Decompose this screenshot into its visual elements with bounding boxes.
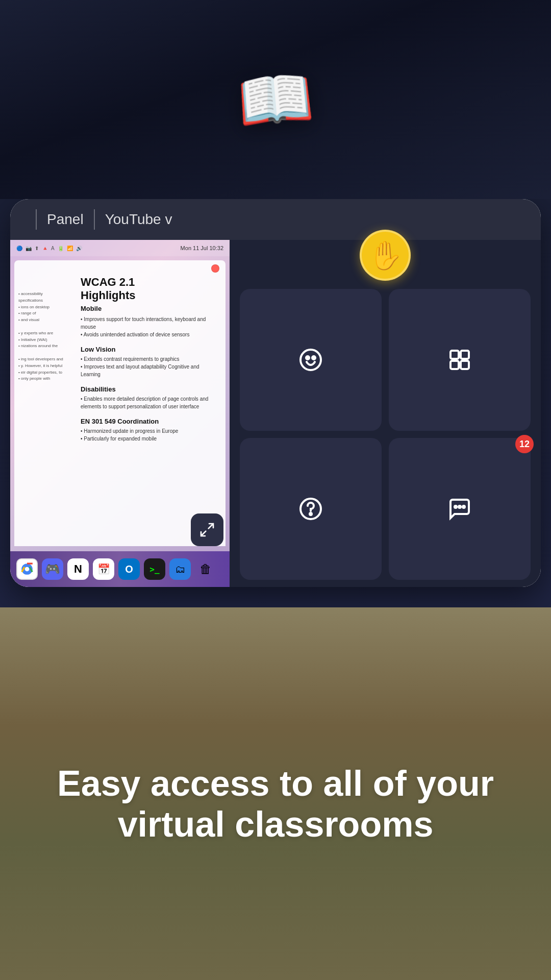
outlook-icon: O bbox=[125, 564, 133, 575]
svg-rect-6 bbox=[461, 351, 469, 359]
content-area: 🔵📷⬆🔺A🔋📶🔊 Mon 11 Jul 10:32 • accessibilit… bbox=[10, 240, 541, 587]
headline-line2: virtual classrooms bbox=[118, 804, 434, 844]
smiley-icon bbox=[298, 348, 323, 372]
dock-finder[interactable]: 🗂 bbox=[169, 558, 191, 580]
chrome-icon bbox=[20, 562, 34, 576]
mac-time: Mon 11 Jul 10:32 bbox=[181, 245, 223, 251]
tab-panel[interactable]: Panel bbox=[47, 211, 84, 228]
book-icon: 📖 bbox=[234, 60, 317, 139]
dock-discord[interactable]: 🎮 bbox=[42, 558, 63, 580]
dock-chrome[interactable] bbox=[16, 558, 38, 580]
doc-section-disabilities-title: Disabilities bbox=[81, 385, 215, 393]
hand-raise-button[interactable]: ✋ bbox=[360, 230, 411, 281]
discord-icon: 🎮 bbox=[45, 562, 60, 576]
question-icon bbox=[298, 497, 323, 521]
dock-trash[interactable]: 🗑 bbox=[195, 558, 216, 580]
layout-button[interactable] bbox=[389, 289, 531, 431]
doc-section-en-body: • Harmonized update in progress in Europ… bbox=[81, 427, 215, 443]
expand-button[interactable] bbox=[191, 513, 223, 546]
finder-icon: 🗂 bbox=[175, 564, 185, 575]
dock-terminal[interactable]: >_ bbox=[144, 558, 165, 580]
doc-section-en-title: EN 301 549 Coordination bbox=[81, 418, 215, 425]
doc-section-lowvision-title: Low Vision bbox=[81, 346, 215, 353]
tab-bar: Panel YouTube v bbox=[10, 199, 541, 240]
doc-section-mobile-body: • Improves support for touch interaction… bbox=[81, 315, 215, 338]
mac-doc-area: • accessibility specifications • ions on… bbox=[14, 260, 226, 546]
doc-title: WCAG 2.1Highlights bbox=[81, 276, 215, 303]
headline-line1: Easy access to all of your bbox=[57, 764, 494, 803]
svg-point-2 bbox=[300, 350, 321, 370]
doc-close-btn[interactable] bbox=[211, 264, 219, 273]
chat-icon bbox=[447, 497, 472, 521]
dock-calendar[interactable]: 📅 bbox=[93, 558, 114, 580]
headline: Easy access to all of your virtual class… bbox=[57, 763, 494, 845]
trash-icon: 🗑 bbox=[199, 562, 212, 576]
doc-section-lowvision-body: • Extends contrast requirements to graph… bbox=[81, 355, 215, 378]
calendar-icon: 📅 bbox=[97, 563, 110, 575]
tab-divider-middle bbox=[94, 209, 95, 230]
hand-raise-icon: ✋ bbox=[368, 239, 403, 272]
tab-divider-left bbox=[36, 209, 37, 230]
icon-grid: 12 bbox=[240, 289, 531, 587]
terminal-icon: >_ bbox=[149, 565, 159, 574]
svg-rect-8 bbox=[461, 361, 469, 369]
bottom-section: Easy access to all of your virtual class… bbox=[0, 607, 551, 980]
doc-left-content: • accessibility specifications • ions on… bbox=[14, 291, 65, 382]
svg-point-10 bbox=[455, 506, 457, 508]
svg-point-11 bbox=[459, 506, 461, 508]
doc-main-content: WCAG 2.1Highlights Mobile • Improves sup… bbox=[81, 276, 215, 443]
emoji-button[interactable] bbox=[240, 289, 382, 431]
chat-button[interactable]: 12 bbox=[389, 438, 531, 580]
svg-point-9 bbox=[310, 513, 312, 515]
main-card: Panel YouTube v 🔵📷⬆🔺A🔋📶🔊 Mon 11 Jul 10:3… bbox=[0, 199, 551, 607]
dock-outlook[interactable]: O bbox=[118, 558, 140, 580]
tab-youtube[interactable]: YouTube v bbox=[105, 211, 172, 228]
doc-section-mobile-title: Mobile bbox=[81, 305, 215, 312]
mac-screenshot: 🔵📷⬆🔺A🔋📶🔊 Mon 11 Jul 10:32 • accessibilit… bbox=[10, 240, 230, 587]
svg-rect-7 bbox=[450, 361, 459, 369]
chat-badge: 12 bbox=[515, 435, 534, 453]
doc-section-disabilities-body: • Enables more detailed description of p… bbox=[81, 395, 215, 410]
expand-icon bbox=[199, 522, 215, 538]
svg-point-3 bbox=[306, 356, 309, 359]
right-panel: ✋ bbox=[230, 240, 541, 587]
card-container: Panel YouTube v 🔵📷⬆🔺A🔋📶🔊 Mon 11 Jul 10:3… bbox=[10, 199, 541, 587]
svg-point-4 bbox=[312, 356, 315, 359]
notion-icon: N bbox=[74, 562, 82, 576]
mac-menubar-icons: 🔵📷⬆🔺A🔋📶🔊 bbox=[16, 246, 82, 251]
dock-notion[interactable]: N bbox=[67, 558, 89, 580]
top-section: 📖 bbox=[0, 0, 551, 199]
svg-rect-5 bbox=[450, 351, 459, 359]
question-button[interactable] bbox=[240, 438, 382, 580]
svg-point-12 bbox=[463, 506, 465, 508]
mac-menubar: 🔵📷⬆🔺A🔋📶🔊 Mon 11 Jul 10:32 bbox=[10, 240, 230, 256]
mac-dock: 🎮 N 📅 O >_ 🗂 bbox=[10, 551, 230, 587]
svg-point-1 bbox=[25, 567, 30, 572]
grid-icon bbox=[447, 348, 472, 372]
